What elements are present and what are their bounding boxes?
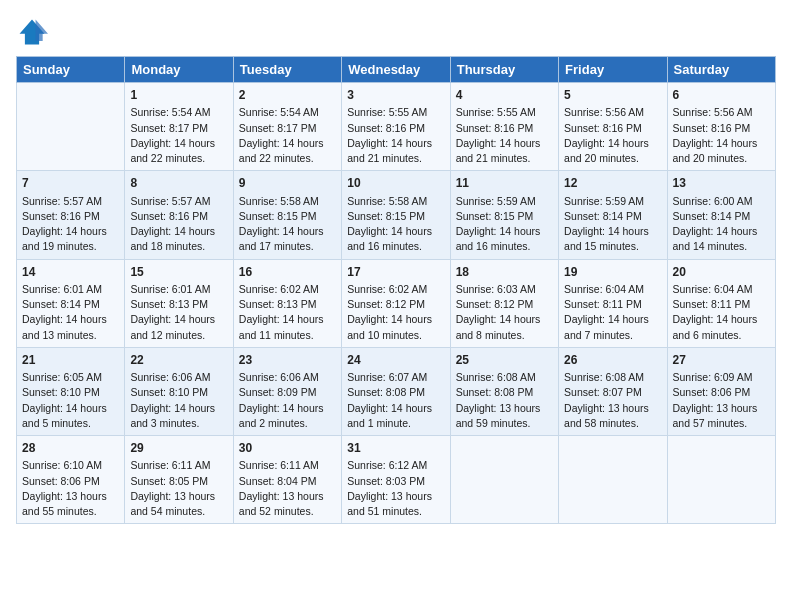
calendar-cell: 26Sunrise: 6:08 AM Sunset: 8:07 PM Dayli… xyxy=(559,347,667,435)
cell-content: Sunrise: 6:05 AM Sunset: 8:10 PM Dayligh… xyxy=(22,370,119,431)
calendar-cell: 25Sunrise: 6:08 AM Sunset: 8:08 PM Dayli… xyxy=(450,347,558,435)
calendar-row: 7Sunrise: 5:57 AM Sunset: 8:16 PM Daylig… xyxy=(17,171,776,259)
day-number: 30 xyxy=(239,440,336,457)
calendar-cell: 3Sunrise: 5:55 AM Sunset: 8:16 PM Daylig… xyxy=(342,83,450,171)
cell-content: Sunrise: 5:56 AM Sunset: 8:16 PM Dayligh… xyxy=(673,105,770,166)
calendar-cell: 29Sunrise: 6:11 AM Sunset: 8:05 PM Dayli… xyxy=(125,436,233,524)
page-header xyxy=(16,16,776,48)
calendar-cell xyxy=(17,83,125,171)
logo xyxy=(16,16,52,48)
calendar-cell: 23Sunrise: 6:06 AM Sunset: 8:09 PM Dayli… xyxy=(233,347,341,435)
cell-content: Sunrise: 6:08 AM Sunset: 8:08 PM Dayligh… xyxy=(456,370,553,431)
weekday-header: Tuesday xyxy=(233,57,341,83)
logo-icon xyxy=(16,16,48,48)
cell-content: Sunrise: 5:59 AM Sunset: 8:14 PM Dayligh… xyxy=(564,194,661,255)
calendar-row: 21Sunrise: 6:05 AM Sunset: 8:10 PM Dayli… xyxy=(17,347,776,435)
day-number: 8 xyxy=(130,175,227,192)
calendar-cell: 20Sunrise: 6:04 AM Sunset: 8:11 PM Dayli… xyxy=(667,259,775,347)
weekday-header: Wednesday xyxy=(342,57,450,83)
weekday-header: Saturday xyxy=(667,57,775,83)
day-number: 19 xyxy=(564,264,661,281)
calendar-cell: 11Sunrise: 5:59 AM Sunset: 8:15 PM Dayli… xyxy=(450,171,558,259)
calendar-cell: 6Sunrise: 5:56 AM Sunset: 8:16 PM Daylig… xyxy=(667,83,775,171)
cell-content: Sunrise: 6:07 AM Sunset: 8:08 PM Dayligh… xyxy=(347,370,444,431)
cell-content: Sunrise: 6:00 AM Sunset: 8:14 PM Dayligh… xyxy=(673,194,770,255)
cell-content: Sunrise: 6:04 AM Sunset: 8:11 PM Dayligh… xyxy=(673,282,770,343)
cell-content: Sunrise: 6:06 AM Sunset: 8:09 PM Dayligh… xyxy=(239,370,336,431)
day-number: 5 xyxy=(564,87,661,104)
calendar-cell: 8Sunrise: 5:57 AM Sunset: 8:16 PM Daylig… xyxy=(125,171,233,259)
cell-content: Sunrise: 5:55 AM Sunset: 8:16 PM Dayligh… xyxy=(347,105,444,166)
cell-content: Sunrise: 6:02 AM Sunset: 8:13 PM Dayligh… xyxy=(239,282,336,343)
weekday-header: Sunday xyxy=(17,57,125,83)
cell-content: Sunrise: 6:02 AM Sunset: 8:12 PM Dayligh… xyxy=(347,282,444,343)
day-number: 14 xyxy=(22,264,119,281)
day-number: 13 xyxy=(673,175,770,192)
day-number: 27 xyxy=(673,352,770,369)
calendar-cell: 14Sunrise: 6:01 AM Sunset: 8:14 PM Dayli… xyxy=(17,259,125,347)
cell-content: Sunrise: 5:58 AM Sunset: 8:15 PM Dayligh… xyxy=(347,194,444,255)
day-number: 12 xyxy=(564,175,661,192)
calendar-cell: 4Sunrise: 5:55 AM Sunset: 8:16 PM Daylig… xyxy=(450,83,558,171)
day-number: 2 xyxy=(239,87,336,104)
day-number: 15 xyxy=(130,264,227,281)
cell-content: Sunrise: 5:56 AM Sunset: 8:16 PM Dayligh… xyxy=(564,105,661,166)
cell-content: Sunrise: 6:09 AM Sunset: 8:06 PM Dayligh… xyxy=(673,370,770,431)
calendar-cell: 22Sunrise: 6:06 AM Sunset: 8:10 PM Dayli… xyxy=(125,347,233,435)
calendar-cell: 13Sunrise: 6:00 AM Sunset: 8:14 PM Dayli… xyxy=(667,171,775,259)
day-number: 31 xyxy=(347,440,444,457)
cell-content: Sunrise: 5:54 AM Sunset: 8:17 PM Dayligh… xyxy=(130,105,227,166)
day-number: 24 xyxy=(347,352,444,369)
cell-content: Sunrise: 6:10 AM Sunset: 8:06 PM Dayligh… xyxy=(22,458,119,519)
cell-content: Sunrise: 6:12 AM Sunset: 8:03 PM Dayligh… xyxy=(347,458,444,519)
calendar-cell: 31Sunrise: 6:12 AM Sunset: 8:03 PM Dayli… xyxy=(342,436,450,524)
calendar-cell: 17Sunrise: 6:02 AM Sunset: 8:12 PM Dayli… xyxy=(342,259,450,347)
cell-content: Sunrise: 6:11 AM Sunset: 8:05 PM Dayligh… xyxy=(130,458,227,519)
day-number: 9 xyxy=(239,175,336,192)
calendar-cell: 28Sunrise: 6:10 AM Sunset: 8:06 PM Dayli… xyxy=(17,436,125,524)
svg-marker-1 xyxy=(36,20,48,41)
cell-content: Sunrise: 6:04 AM Sunset: 8:11 PM Dayligh… xyxy=(564,282,661,343)
calendar-cell: 30Sunrise: 6:11 AM Sunset: 8:04 PM Dayli… xyxy=(233,436,341,524)
day-number: 26 xyxy=(564,352,661,369)
calendar-cell: 27Sunrise: 6:09 AM Sunset: 8:06 PM Dayli… xyxy=(667,347,775,435)
day-number: 3 xyxy=(347,87,444,104)
calendar-cell: 15Sunrise: 6:01 AM Sunset: 8:13 PM Dayli… xyxy=(125,259,233,347)
day-number: 1 xyxy=(130,87,227,104)
calendar-cell: 18Sunrise: 6:03 AM Sunset: 8:12 PM Dayli… xyxy=(450,259,558,347)
cell-content: Sunrise: 6:06 AM Sunset: 8:10 PM Dayligh… xyxy=(130,370,227,431)
calendar-cell: 21Sunrise: 6:05 AM Sunset: 8:10 PM Dayli… xyxy=(17,347,125,435)
day-number: 11 xyxy=(456,175,553,192)
cell-content: Sunrise: 6:08 AM Sunset: 8:07 PM Dayligh… xyxy=(564,370,661,431)
calendar-cell xyxy=(450,436,558,524)
day-number: 16 xyxy=(239,264,336,281)
cell-content: Sunrise: 6:01 AM Sunset: 8:13 PM Dayligh… xyxy=(130,282,227,343)
day-number: 4 xyxy=(456,87,553,104)
cell-content: Sunrise: 5:57 AM Sunset: 8:16 PM Dayligh… xyxy=(22,194,119,255)
calendar-cell xyxy=(559,436,667,524)
calendar-table: SundayMondayTuesdayWednesdayThursdayFrid… xyxy=(16,56,776,524)
cell-content: Sunrise: 6:01 AM Sunset: 8:14 PM Dayligh… xyxy=(22,282,119,343)
calendar-cell: 24Sunrise: 6:07 AM Sunset: 8:08 PM Dayli… xyxy=(342,347,450,435)
weekday-header: Monday xyxy=(125,57,233,83)
day-number: 21 xyxy=(22,352,119,369)
calendar-cell: 10Sunrise: 5:58 AM Sunset: 8:15 PM Dayli… xyxy=(342,171,450,259)
cell-content: Sunrise: 5:57 AM Sunset: 8:16 PM Dayligh… xyxy=(130,194,227,255)
weekday-header: Thursday xyxy=(450,57,558,83)
cell-content: Sunrise: 5:59 AM Sunset: 8:15 PM Dayligh… xyxy=(456,194,553,255)
calendar-row: 28Sunrise: 6:10 AM Sunset: 8:06 PM Dayli… xyxy=(17,436,776,524)
calendar-cell: 2Sunrise: 5:54 AM Sunset: 8:17 PM Daylig… xyxy=(233,83,341,171)
cell-content: Sunrise: 5:58 AM Sunset: 8:15 PM Dayligh… xyxy=(239,194,336,255)
calendar-cell: 5Sunrise: 5:56 AM Sunset: 8:16 PM Daylig… xyxy=(559,83,667,171)
day-number: 20 xyxy=(673,264,770,281)
calendar-cell: 16Sunrise: 6:02 AM Sunset: 8:13 PM Dayli… xyxy=(233,259,341,347)
cell-content: Sunrise: 5:54 AM Sunset: 8:17 PM Dayligh… xyxy=(239,105,336,166)
cell-content: Sunrise: 6:03 AM Sunset: 8:12 PM Dayligh… xyxy=(456,282,553,343)
day-number: 25 xyxy=(456,352,553,369)
day-number: 10 xyxy=(347,175,444,192)
day-number: 22 xyxy=(130,352,227,369)
calendar-cell: 7Sunrise: 5:57 AM Sunset: 8:16 PM Daylig… xyxy=(17,171,125,259)
cell-content: Sunrise: 5:55 AM Sunset: 8:16 PM Dayligh… xyxy=(456,105,553,166)
weekday-header: Friday xyxy=(559,57,667,83)
cell-content: Sunrise: 6:11 AM Sunset: 8:04 PM Dayligh… xyxy=(239,458,336,519)
